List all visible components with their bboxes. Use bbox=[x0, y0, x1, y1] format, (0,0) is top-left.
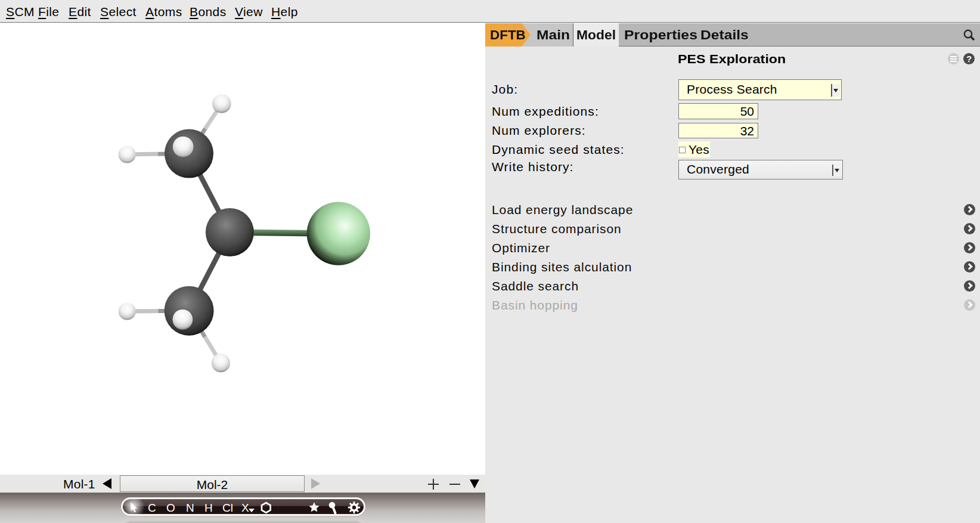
svg-text:X: X bbox=[241, 502, 249, 514]
svg-text:Cl: Cl bbox=[222, 502, 233, 514]
svg-text:C: C bbox=[148, 502, 156, 514]
svg-text:O: O bbox=[166, 502, 175, 514]
svg-text:H: H bbox=[204, 502, 213, 514]
svg-text:N: N bbox=[186, 502, 194, 514]
